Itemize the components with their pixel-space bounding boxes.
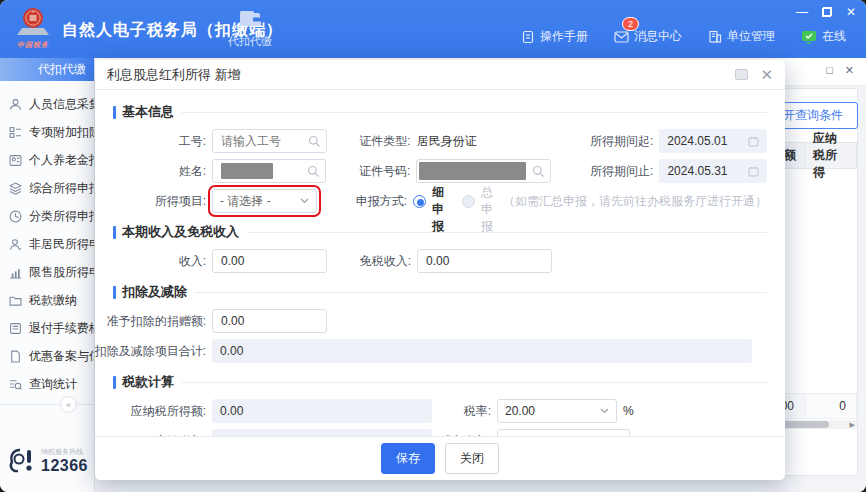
save-button[interactable]: 保存 xyxy=(381,443,435,474)
sidebar-item-personnel-info[interactable]: 人员信息采集 xyxy=(0,90,94,118)
nav-manual-label: 操作手册 xyxy=(540,28,588,45)
tax-relief-input[interactable] xyxy=(497,429,630,436)
section-title: 扣除及减除 xyxy=(122,283,187,301)
section-bar-icon xyxy=(113,226,116,239)
sidebar-header: 代扣代缴 xyxy=(0,58,94,81)
nav-manual[interactable]: 操作手册 xyxy=(521,28,588,45)
sidebar-item-preference-filing[interactable]: 优惠备案与信息报 xyxy=(0,342,94,370)
tab-withholding-label: 代扣代缴 xyxy=(218,34,282,49)
sidebar-menu: 人员信息采集 专项附加扣除信息 个人养老金扣除信 综合所得申报 分类所得申报 非… xyxy=(0,81,94,398)
wallet-icon xyxy=(239,10,261,27)
sidebar-item-classified-income[interactable]: 分类所得申报 xyxy=(0,202,94,230)
form-row: 应纳税额: 0.00 减免税额: xyxy=(113,429,767,436)
app-window: — ✕ 中国税务 自然人电子税务局（扣缴端） 代扣代缴 xyxy=(0,0,866,492)
panel-close-icon[interactable]: ✕ xyxy=(845,65,854,76)
sidebar-item-refund-fee-check[interactable]: 退付手续费核对 xyxy=(0,314,94,342)
header-nav: 操作手册 2 消息中心 单位管理 xyxy=(521,28,846,45)
tab-withholding-module[interactable]: 代扣代缴 xyxy=(218,10,282,49)
form-row: 应纳税所得额: 0.00 税率: 20.00 % xyxy=(113,399,767,423)
cert-type-value: 居民身份证 xyxy=(417,133,552,150)
tax-free-income-input[interactable] xyxy=(417,249,552,273)
sidebar-item-label: 优惠备案与信息报 xyxy=(29,348,95,365)
folder-icon xyxy=(9,294,22,307)
cert-type-label: 证件类型: xyxy=(335,133,411,150)
donation-input[interactable] xyxy=(212,309,327,333)
taxable-income-label: 应纳税所得额: xyxy=(113,403,206,420)
dialog-close-icon[interactable]: ✕ xyxy=(760,68,773,82)
income-item-select[interactable]: - 请选择 - xyxy=(212,189,317,213)
search-icon[interactable] xyxy=(532,165,545,178)
column-header: 应纳税所得 xyxy=(805,143,857,168)
nav-message-center[interactable]: 2 消息中心 xyxy=(614,28,682,45)
name-redacted-value xyxy=(221,163,273,179)
form-row: 工号: 证件类型: 居民身份证 所得期间起: 2024.05.01 xyxy=(113,129,767,153)
sidebar-item-label: 专项附加扣除信息 xyxy=(29,124,95,141)
sidebar-item-pension-deduction[interactable]: 个人养老金扣除信 xyxy=(0,146,94,174)
nav-org-manage[interactable]: 单位管理 xyxy=(708,28,775,45)
sidebar-item-label: 查询统计 xyxy=(29,376,77,393)
nav-online-status[interactable]: 在线 xyxy=(801,28,846,45)
sidebar-item-nonresident-income[interactable]: 非居民所得申报 xyxy=(0,230,94,258)
sidebar-item-special-deduction[interactable]: 专项附加扣除信息 xyxy=(0,118,94,146)
sidebar-item-label: 人员信息采集 xyxy=(29,96,95,113)
document-icon xyxy=(521,30,535,44)
declare-mode-label: 申报方式: xyxy=(331,193,407,210)
window-minimize-icon[interactable]: — xyxy=(796,6,808,18)
dialog-maximize-icon[interactable] xyxy=(735,69,748,80)
calendar-icon xyxy=(748,136,759,147)
sidebar-item-tax-payment[interactable]: 税款缴纳 xyxy=(0,286,94,314)
period-start-label: 所得期间起: xyxy=(561,133,653,150)
person-outline-icon xyxy=(9,238,22,251)
search-icon[interactable] xyxy=(307,165,320,178)
income-label: 收入: xyxy=(113,253,206,270)
window-close-icon[interactable]: ✕ xyxy=(846,6,856,18)
job-no-label: 工号: xyxy=(113,133,206,150)
nav-online-label: 在线 xyxy=(822,28,846,45)
sidebar-collapse-icon[interactable]: « xyxy=(60,396,77,413)
sidebar-item-label: 综合所得申报 xyxy=(29,180,95,197)
name-field[interactable] xyxy=(212,159,326,183)
tax-bureau-logo: 中国税务 xyxy=(10,6,56,50)
tax-rate-select[interactable]: 20.00 xyxy=(497,399,617,423)
sidebar-item-query-statistics[interactable]: 查询统计 xyxy=(0,370,94,398)
envelope-icon xyxy=(614,31,629,43)
radio-unselected-icon xyxy=(462,195,475,208)
person-icon xyxy=(9,98,22,111)
radio-selected-icon xyxy=(413,195,426,208)
inner-window-controls: □ ✕ xyxy=(826,65,854,76)
tax-rate-label: 税率: xyxy=(432,403,491,420)
sidebar-item-label: 个人养老金扣除信 xyxy=(29,152,95,169)
scroll-right-arrow-icon[interactable]: ▶ xyxy=(850,421,855,429)
panel-maximize-icon[interactable]: □ xyxy=(826,65,833,76)
online-monitor-icon xyxy=(801,30,817,44)
section-tax-calc: 税款计算 xyxy=(113,373,767,391)
period-start-field[interactable]: 2024.05.01 xyxy=(659,129,767,153)
taxable-income-field: 0.00 xyxy=(212,399,432,423)
page-icon xyxy=(9,350,22,363)
search-list-icon xyxy=(9,378,22,391)
sidebar-item-label: 限售股所得申报 xyxy=(29,264,95,281)
tax-free-income-label: 免税收入: xyxy=(335,253,411,270)
income-item-label: 所得项目: xyxy=(113,193,206,210)
dialog-titlebar: 利息股息红利所得 新增 ✕ xyxy=(95,60,785,90)
income-input[interactable] xyxy=(212,249,327,273)
sidebar-item-label: 退付手续费核对 xyxy=(29,320,95,337)
deduction-total-label: *扣除及减除项目合计: xyxy=(95,343,206,360)
app-header: — ✕ 中国税务 自然人电子税务局（扣缴端） 代扣代缴 xyxy=(0,0,866,58)
search-icon[interactable] xyxy=(308,135,321,148)
sidebar-item-restricted-stock[interactable]: 限售股所得申报 xyxy=(0,258,94,286)
section-bar-icon xyxy=(113,376,116,389)
close-button[interactable]: 关闭 xyxy=(445,443,499,474)
window-restore-icon[interactable] xyxy=(822,7,832,17)
window-controls: — ✕ xyxy=(796,6,856,18)
section-bar-icon xyxy=(113,106,116,119)
cert-no-label: 证件号码: xyxy=(334,163,410,180)
layers-icon xyxy=(9,182,22,195)
sidebar-item-comprehensive-income[interactable]: 综合所得申报 xyxy=(0,174,94,202)
cert-no-field[interactable] xyxy=(416,159,551,183)
building-icon xyxy=(708,30,722,43)
pension-card-icon xyxy=(9,154,22,167)
dialog-footer: 保存 关闭 xyxy=(95,436,785,480)
section-deduction: 扣除及减除 xyxy=(113,283,767,301)
job-no-field xyxy=(212,129,327,153)
